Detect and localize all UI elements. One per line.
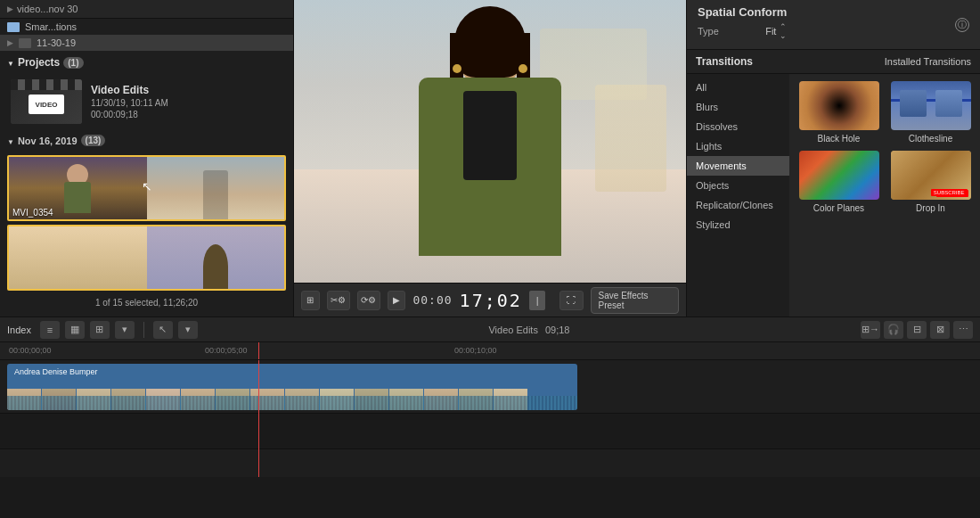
clips-grid: MVI_0354 ↖ xyxy=(0,152,293,294)
speed-btn[interactable]: ⟳⚙ xyxy=(357,291,380,310)
transition-cat-replicator[interactable]: Replicator/Clones xyxy=(687,195,789,215)
clip-thumb2-right xyxy=(147,226,285,289)
preview-area[interactable] xyxy=(294,0,686,283)
save-effects-btn[interactable]: Save Effects Preset xyxy=(591,287,679,314)
clapboard-thumb: VIDEO xyxy=(11,79,82,124)
cursor-indicator: ↖ xyxy=(138,179,156,197)
project-duration: 00:00:09;18 xyxy=(91,110,168,119)
playhead-line xyxy=(258,360,259,477)
waveform xyxy=(7,396,577,410)
type-label: Type xyxy=(698,26,719,37)
timeline-outer: 00:00;00;00 00:00;05;00 00:00;10;00 Andr… xyxy=(0,342,980,477)
ruler-playhead xyxy=(258,342,259,359)
transition-item-color-planes[interactable]: Color Planes xyxy=(796,151,881,213)
chevron-icon: ⌃⌄ xyxy=(780,22,787,40)
fullscreen-btn[interactable]: ⛶ xyxy=(559,291,583,310)
ext-btn[interactable]: ⊟ xyxy=(907,321,927,339)
transition-cat-movements[interactable]: Movements xyxy=(687,156,789,176)
view-options-btn[interactable]: ⊞ xyxy=(301,291,320,310)
another-tool-btn[interactable]: ⊞ xyxy=(90,321,110,339)
projects-section: Projects (1) VIDEO Video Edits 11/30/19,… xyxy=(0,51,293,317)
drop-in-visual: SUBSCRIBE xyxy=(891,151,971,200)
installed-label: Installed Transitions xyxy=(885,56,971,67)
transition-item-drop-in[interactable]: SUBSCRIBE Drop In xyxy=(888,151,973,213)
clip-block[interactable]: Andrea Denise Bumper xyxy=(7,364,577,410)
clip-row-2[interactable] xyxy=(7,225,286,291)
timeline-area: Index ≡ ▦ ⊞ ▾ ↖ ▾ Video Edits 09;18 ⊞→ 🎧… xyxy=(0,317,980,477)
right-panel-top: Spatial Conform Type Fit ⌃⌄ ⓘ xyxy=(687,0,980,50)
color-planes-thumb xyxy=(799,151,879,200)
drop-in-label: Drop In xyxy=(916,203,945,213)
library-item-smartcollections[interactable]: Smar...tions xyxy=(0,19,293,35)
library-header: ▶ video...nov 30 xyxy=(0,0,293,19)
preview-panel: ⊞ ✂⚙ ⟳⚙ ▶ 00:00 17;02 | ⛶ Save Effects P… xyxy=(294,0,686,317)
ruler-mark-1: 00:00;05;00 xyxy=(205,346,248,355)
timeline-toolbar: Index ≡ ▦ ⊞ ▾ ↖ ▾ Video Edits 09;18 ⊞→ 🎧… xyxy=(0,317,980,342)
projects-header: Projects (1) xyxy=(0,51,293,74)
play-btn[interactable]: ▶ xyxy=(388,291,406,310)
transport-bar: ⊞ ✂⚙ ⟳⚙ ▶ 00:00 17;02 | ⛶ Save Effects P… xyxy=(294,283,686,317)
transition-cat-stylized[interactable]: Stylized xyxy=(687,215,789,234)
right-panel-content: All Blurs Dissolves Lights Movements Obj… xyxy=(687,74,980,317)
timeline-track-main: Andrea Denise Bumper xyxy=(0,360,980,414)
transition-cat-blurs[interactable]: Blurs xyxy=(687,97,789,117)
spatial-conform-title: Spatial Conform xyxy=(698,5,787,19)
list-view-btn[interactable]: ≡ xyxy=(40,321,60,339)
library-title: video...nov 30 xyxy=(17,4,78,14)
black-hole-thumb xyxy=(799,81,879,130)
type-row: Type Fit ⌃⌄ xyxy=(698,19,787,44)
timecode-prefix: 00:00 xyxy=(412,293,452,307)
clothesline-thumb xyxy=(891,81,971,130)
selection-info: 1 of 15 selected, 11;26;20 xyxy=(0,294,293,311)
clip-label: MVI_0354 xyxy=(12,208,53,218)
select-tool-btn[interactable]: ↖ xyxy=(153,321,173,339)
divider xyxy=(143,322,144,338)
filmstrip-btn[interactable]: ▦ xyxy=(65,321,85,339)
tool-dropdown-btn[interactable]: ▾ xyxy=(178,321,198,339)
clothesline-visual xyxy=(891,81,971,130)
color-planes-label: Color Planes xyxy=(813,203,864,213)
timeline-ruler: 00:00;00;00 00:00;05;00 00:00;10;00 xyxy=(0,342,980,360)
date-expand-icon xyxy=(7,136,14,146)
snap-btn[interactable]: ⊞→ xyxy=(861,321,880,339)
project-date: 11/30/19, 10:11 AM xyxy=(91,98,168,108)
trim-btn[interactable]: ✂⚙ xyxy=(327,291,350,310)
transition-cat-dissolves[interactable]: Dissolves xyxy=(687,117,789,136)
transition-item-clothesline[interactable]: Clothesline xyxy=(888,81,973,144)
bg-bed xyxy=(595,85,666,192)
project-info: Video Edits 11/30/19, 10:11 AM 00:00:09;… xyxy=(91,84,168,119)
clip-row-1[interactable]: MVI_0354 ↖ xyxy=(7,155,286,221)
more-btn[interactable]: ⋯ xyxy=(953,321,973,339)
drop-in-thumb: SUBSCRIBE xyxy=(891,151,971,200)
color-planes-visual xyxy=(799,151,879,200)
preview-video xyxy=(294,0,686,283)
right-panel: Spatial Conform Type Fit ⌃⌄ ⓘ Transition… xyxy=(686,0,980,317)
timeline-title: Video Edits xyxy=(488,325,537,335)
timecode-separator: | xyxy=(529,291,546,310)
project-thumbnail: VIDEO xyxy=(11,79,82,124)
export-btn[interactable]: ⊠ xyxy=(930,321,950,339)
transition-item-black-hole[interactable]: Black Hole xyxy=(796,81,881,144)
audio-btn[interactable]: 🎧 xyxy=(884,321,903,339)
timeline-right-tools: ⊞→ 🎧 ⊟ ⊠ ⋯ xyxy=(861,321,973,339)
date-count: (13) xyxy=(81,135,106,146)
spatial-conform-section: Spatial Conform Type Fit ⌃⌄ xyxy=(698,5,787,44)
info-icon[interactable]: ⓘ xyxy=(955,18,969,32)
transitions-header-bar: Transitions Installed Transitions xyxy=(687,50,980,74)
date-title: Nov 16, 2019 xyxy=(18,136,78,146)
transition-cat-all[interactable]: All xyxy=(687,78,789,97)
transition-cat-lights[interactable]: Lights xyxy=(687,136,789,156)
timecode-main: 17;02 xyxy=(460,290,522,311)
library-panel: ▶ video...nov 30 Smar...tions ▶ 11-30-19… xyxy=(0,0,294,317)
subscribe-badge: SUBSCRIBE xyxy=(936,190,968,197)
project-label: Video Edits xyxy=(91,84,168,96)
clip-thumb2-left xyxy=(9,226,147,289)
folder-icon xyxy=(7,22,20,32)
transition-cat-objects[interactable]: Objects xyxy=(687,176,789,195)
ruler-mark-0: 00:00;00;00 xyxy=(9,346,52,355)
fit-value: Fit ⌃⌄ xyxy=(765,22,787,40)
project-item[interactable]: VIDEO Video Edits 11/30/19, 10:11 AM 00:… xyxy=(0,74,293,129)
timeline-tracks[interactable]: Andrea Denise Bumper xyxy=(0,360,980,477)
library-item-event[interactable]: ▶ 11-30-19 xyxy=(0,35,293,51)
dropdown-btn[interactable]: ▾ xyxy=(115,321,135,339)
